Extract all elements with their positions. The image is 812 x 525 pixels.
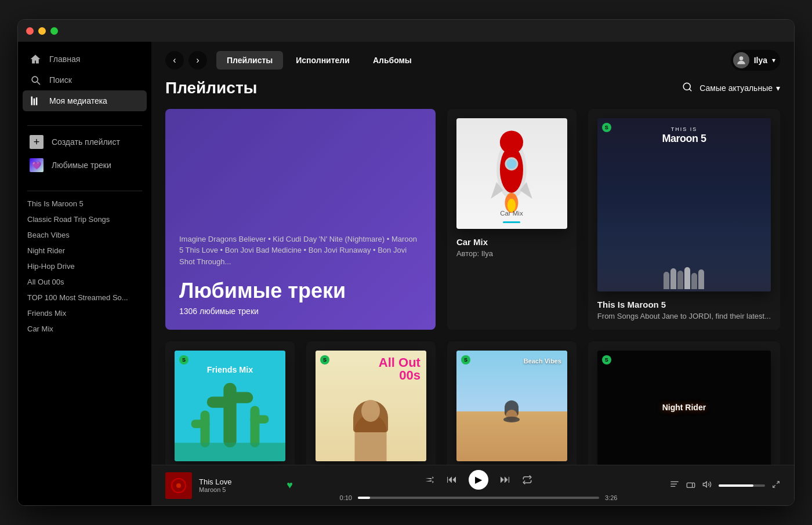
bottom-player: This Love Maroon 5 ♥ ⏮ ▶ (151, 465, 794, 505)
liked-tracks-item[interactable]: 💜 Любимые треки (23, 154, 147, 177)
maroon5-image: S THIS IS Maroon 5 (597, 118, 771, 291)
svg-rect-19 (250, 406, 259, 448)
liked-songs-card[interactable]: Imagine Dragons Believer • Kid Cudi Day … (165, 109, 436, 330)
volume-fill (719, 484, 753, 487)
spotify-badge-night: S (602, 355, 611, 364)
beach-image: S (456, 351, 567, 461)
next-button[interactable]: ⏭ (500, 473, 510, 486)
maximize-button[interactable] (50, 27, 58, 35)
night-rider-label: Night Rider (597, 403, 771, 412)
car-mix-image: Car Mix (456, 118, 567, 229)
sidebar-playlist-7[interactable]: Friends Mix (27, 305, 142, 321)
chevron-down-icon: ▾ (772, 56, 775, 64)
allout-image: S All Out 00s (316, 351, 426, 461)
beach-vibes-label: Beach Vibes (524, 358, 561, 364)
car-mix-art: Car Mix (456, 118, 567, 229)
minimize-button[interactable] (38, 27, 46, 35)
sidebar-playlist-0[interactable]: This Is Maroon 5 (27, 196, 142, 212)
volume-bar[interactable] (719, 484, 765, 487)
sidebar-playlist-4[interactable]: Hip-Hop Drive (27, 258, 142, 274)
svg-rect-38 (670, 483, 677, 484)
prev-button[interactable]: ⏮ (447, 473, 457, 486)
allout-art: S All Out 00s (316, 351, 426, 461)
player-art (165, 472, 192, 499)
allout-card[interactable]: S All Out 00s (306, 341, 436, 465)
maroon5-card[interactable]: S THIS IS Maroon 5 (588, 109, 780, 330)
liked-tracks-label: Любимые треки (52, 161, 111, 170)
sidebar-item-search[interactable]: Поиск (23, 70, 147, 90)
friends-mix-art: S (175, 351, 285, 461)
sidebar-item-library[interactable]: Моя медиатека (23, 90, 147, 111)
sidebar-search-label: Поиск (49, 75, 72, 85)
sort-selector[interactable]: Самые актуальные ▾ (699, 83, 780, 93)
nav-and-tabs: ‹ › Плейлисты Исполнители Альбомы (165, 51, 422, 70)
now-playing-artist: Maroon 5 (199, 486, 275, 493)
play-pause-button[interactable]: ▶ (469, 470, 488, 490)
sidebar-playlist-6[interactable]: TOP 100 Most Streamed So... (27, 290, 142, 305)
app-window: Главная Поиск (17, 19, 795, 506)
car-mix-title: Car Mix (456, 237, 567, 247)
queue-button[interactable] (670, 480, 679, 491)
night-rider-art: S Night Rider (597, 351, 771, 465)
night-rider-card[interactable]: S Night Rider (588, 341, 780, 465)
liked-heart-icon[interactable]: ♥ (287, 479, 293, 491)
maroon5-subtitle: From Songs About Jane to JORDI, find the… (597, 312, 771, 320)
sidebar-divider-2 (27, 191, 142, 191)
sidebar-nav: Главная Поиск (18, 49, 151, 111)
maroon5-name-label: Maroon 5 (597, 133, 771, 145)
sidebar-playlist-5[interactable]: All Out 00s (27, 274, 142, 290)
sidebar: Главная Поиск (18, 42, 151, 505)
create-icon: + (30, 135, 44, 149)
svg-point-3 (739, 56, 743, 60)
sidebar-playlist-2[interactable]: Beach Vibes (27, 227, 142, 243)
username: Ilya (754, 56, 767, 65)
player-controls: ⏮ ▶ ⏭ 0:10 3:26 (302, 470, 655, 501)
volume-button[interactable] (702, 480, 712, 491)
header-right: Самые актуальные ▾ (682, 82, 780, 95)
spotify-badge-beach: S (461, 355, 470, 364)
liked-songs-title: Любимые треки (179, 279, 422, 303)
devices-button[interactable] (686, 480, 695, 491)
sidebar-playlist-8[interactable]: Car Mix (27, 321, 142, 337)
car-mix-card[interactable]: Car Mix Car Mix Автор: Ilya (447, 109, 577, 330)
progress-bar[interactable] (358, 497, 599, 499)
sort-label: Самые актуальные (699, 83, 773, 93)
sort-chevron-icon: ▾ (776, 83, 780, 93)
svg-rect-40 (687, 483, 692, 487)
forward-button[interactable]: › (188, 51, 207, 70)
sidebar-playlist-1[interactable]: Classic Road Trip Songs (27, 212, 142, 227)
avatar (733, 52, 749, 68)
spotify-badge-allout: S (320, 355, 329, 364)
tab-artists[interactable]: Исполнители (285, 51, 360, 70)
svg-marker-41 (703, 482, 706, 487)
player-track: This Love Maroon 5 ♥ (165, 472, 293, 499)
tab-playlists[interactable]: Плейлисты (216, 51, 283, 70)
user-menu[interactable]: Ilya ▾ (731, 50, 780, 71)
beach-vibes-card[interactable]: S (447, 341, 577, 465)
sidebar-item-home[interactable]: Главная (23, 49, 147, 70)
create-playlist-item[interactable]: + Создать плейлист (23, 130, 147, 154)
sidebar-playlist-3[interactable]: Night Rider (27, 243, 142, 258)
sidebar-actions: + Создать плейлист 💜 Любимые треки (18, 130, 151, 177)
friends-mix-card[interactable]: S (165, 341, 295, 465)
main-content: ‹ › Плейлисты Исполнители Альбомы Ilya ▾ (151, 42, 794, 505)
sidebar-divider (27, 125, 142, 126)
svg-rect-1 (34, 99, 35, 105)
tab-albums[interactable]: Альбомы (362, 51, 422, 70)
shuffle-button[interactable] (425, 475, 435, 485)
svg-point-36 (176, 483, 181, 488)
repeat-button[interactable] (522, 475, 532, 485)
search-icon-btn[interactable] (682, 82, 693, 95)
now-playing-track: This Love (199, 477, 275, 486)
band-area (597, 188, 771, 291)
close-button[interactable] (26, 27, 34, 35)
back-button[interactable]: ‹ (165, 51, 184, 70)
top-bar: ‹ › Плейлисты Исполнители Альбомы Ilya ▾ (151, 42, 794, 79)
content-header: Плейлисты Самые актуальные ▾ (165, 79, 780, 97)
library-icon (30, 95, 41, 107)
fullscreen-button[interactable] (772, 480, 780, 491)
search-icon (30, 74, 41, 86)
progress-fill (358, 497, 370, 499)
sidebar-playlists: This Is Maroon 5 Classic Road Trip Songs… (18, 196, 151, 498)
svg-text:Friends Mix: Friends Mix (207, 365, 253, 374)
